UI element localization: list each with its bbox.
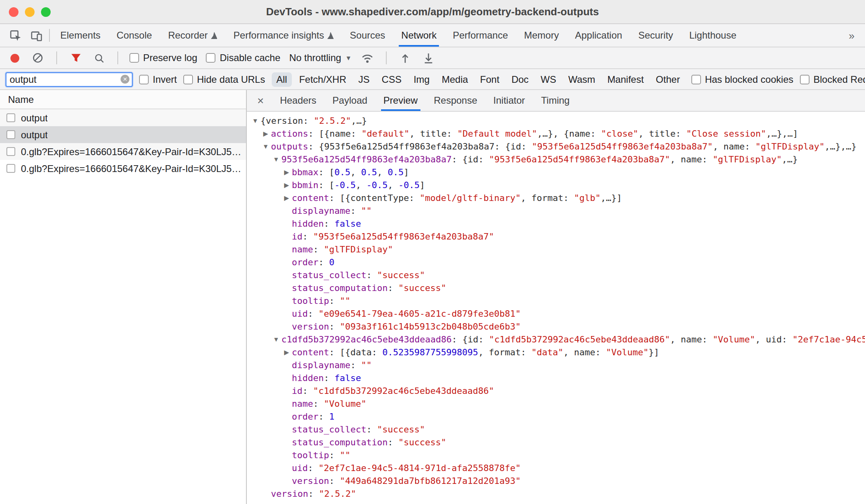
resource-type-filter[interactable]: Doc (506, 72, 533, 86)
panel-tab[interactable]: Performance (445, 24, 516, 47)
resource-type-filter[interactable]: Img (409, 72, 435, 86)
detail-tab[interactable]: Payload (324, 90, 375, 111)
tree-line: status_collect: "success" (247, 269, 865, 282)
json-punctuation: , (388, 180, 399, 191)
request-row[interactable]: 0.glb?Expires=1666015647&Key-Pair-Id=K30… (0, 143, 246, 160)
network-filter-bar: ✕ Invert Hide data URLs All Fetch/XHR JS… (0, 69, 865, 90)
detail-tab[interactable]: Response (426, 90, 485, 111)
panel-tab[interactable]: Security (630, 24, 681, 47)
tree-line: order: 0 (247, 256, 865, 269)
resource-type-filter[interactable]: Font (475, 72, 504, 86)
record-icon (10, 53, 19, 62)
request-row[interactable]: output (0, 109, 246, 126)
json-punctuation: , format: (478, 347, 531, 358)
panel-tab[interactable]: Performance insights (225, 24, 342, 47)
json-punctuation: ,…} (351, 116, 367, 126)
search-icon[interactable] (92, 51, 106, 65)
json-punctuation: : (324, 219, 335, 229)
json-key: tooltip (292, 296, 329, 306)
tree-line[interactable]: ▼c1dfd5b372992ac46c5ebe43ddeaad86: {id: … (247, 334, 865, 346)
tree-line[interactable]: ▼953f5e6a125d54ff9863ef4a203ba8a7: {id: … (247, 154, 865, 166)
tree-line[interactable]: ▶bbmax: [0.5, 0.5, 0.5] (247, 166, 865, 179)
collapse-arrow-icon[interactable]: ▼ (271, 154, 281, 166)
resource-type-filter[interactable]: Media (437, 72, 473, 86)
resource-type-filter[interactable]: Other (651, 72, 685, 86)
json-string-value: "" (340, 296, 351, 306)
collapse-arrow-icon[interactable]: ▼ (260, 141, 271, 154)
preserve-log-checkbox[interactable]: Preserve log (129, 52, 197, 64)
detail-tab[interactable]: Initiator (485, 90, 533, 111)
json-punctuation: : [{name: (308, 129, 361, 139)
devtools-window: DevTools - www.shapediver.com/app/m/geom… (0, 0, 865, 504)
panel-tab[interactable]: Console (109, 24, 160, 47)
panel-tab[interactable]: Memory (516, 24, 567, 47)
blocked-requests-checkbox[interactable]: Blocked Requests (800, 74, 865, 85)
tree-line[interactable]: ▶actions: [{name: "default", title: "Def… (247, 128, 865, 141)
device-toolbar-icon[interactable] (26, 24, 47, 47)
request-row[interactable]: 0.glb?Expires=1666015647&Key-Pair-Id=K30… (0, 160, 246, 177)
more-tabs-button[interactable]: » (838, 29, 865, 41)
close-window-button[interactable] (9, 7, 18, 16)
clear-filter-icon[interactable]: ✕ (121, 75, 129, 84)
maximize-window-button[interactable] (41, 7, 51, 16)
resource-type-filter[interactable]: CSS (377, 72, 406, 86)
tree-line[interactable]: ▶bbmin: [-0.5, -0.5, -0.5] (247, 179, 865, 192)
resource-type-filter[interactable]: WS (536, 72, 561, 86)
expand-arrow-icon[interactable]: ▶ (281, 166, 292, 179)
invert-checkbox[interactable]: Invert (139, 74, 177, 85)
panel-tab[interactable]: Network (393, 24, 445, 47)
resource-type-filter[interactable]: JS (354, 72, 375, 86)
panel-tab[interactable]: Recorder (160, 24, 225, 47)
panel-tab[interactable]: Lighthouse (681, 24, 744, 47)
export-har-icon[interactable] (422, 51, 436, 65)
detail-tab[interactable]: Preview (375, 90, 426, 111)
resource-type-filter[interactable]: Wasm (564, 72, 600, 86)
throttling-dropdown[interactable]: No throttling ▼ (289, 52, 352, 64)
collapse-arrow-icon[interactable]: ▼ (271, 334, 281, 346)
network-content: Name output output 0.g (0, 90, 865, 504)
network-conditions-icon[interactable] (361, 51, 375, 65)
json-key: 953f5e6a125d54ff9863ef4a203ba8a7 (281, 154, 452, 165)
json-string-value: "glTFDisplay" (324, 244, 393, 255)
json-punctuation: : (308, 309, 319, 319)
json-string-value: "glb" (574, 193, 601, 203)
has-blocked-cookies-checkbox[interactable]: Has blocked cookies (691, 74, 793, 85)
record-network-log-button[interactable] (7, 51, 22, 65)
expand-arrow-icon[interactable]: ▶ (281, 179, 292, 192)
close-detail-button[interactable]: × (247, 90, 272, 111)
filter-toggle-icon[interactable] (68, 51, 83, 65)
json-key: version (292, 476, 329, 486)
panel-tab[interactable]: Application (567, 24, 630, 47)
resource-type-filter[interactable]: Manifest (603, 72, 649, 86)
request-row[interactable]: output (0, 126, 246, 143)
resource-type-label: Fetch/XHR (299, 74, 346, 85)
tree-line[interactable]: ▼{version: "2.5.2",…} (247, 115, 865, 128)
resource-type-filter[interactable]: Fetch/XHR (294, 72, 351, 86)
json-key: tooltip (292, 450, 329, 461)
name-column-header[interactable]: Name (0, 90, 246, 109)
tree-line: id: "953f5e6a125d54ff9863ef4a203ba8a7" (247, 231, 865, 244)
detail-tab[interactable]: Timing (533, 90, 578, 111)
request-rows: output output 0.glb?Expires=1666015647&K… (0, 109, 246, 504)
detail-tab[interactable]: Headers (272, 90, 324, 111)
tree-line[interactable]: ▶content: [{data: 0.5235987755998095, fo… (247, 346, 865, 359)
tree-line[interactable]: ▶content: [{contentType: "model/gltf-bin… (247, 192, 865, 205)
expand-arrow-icon[interactable]: ▶ (281, 192, 292, 205)
expand-arrow-icon[interactable]: ▶ (281, 346, 292, 359)
hide-data-urls-checkbox[interactable]: Hide data URLs (183, 74, 265, 85)
collapse-arrow-icon[interactable]: ▼ (250, 115, 260, 128)
import-har-icon[interactable] (398, 51, 413, 65)
clear-network-log-button[interactable] (31, 51, 45, 65)
panel-tab[interactable]: Elements (52, 24, 109, 47)
panel-tab-label: Performance (453, 30, 508, 41)
expand-arrow-icon[interactable]: ▶ (260, 128, 271, 141)
panel-tab[interactable]: Sources (342, 24, 393, 47)
minimize-window-button[interactable] (25, 7, 35, 16)
tree-line[interactable]: ▼outputs: {953f5e6a125d54ff9863ef4a203ba… (247, 141, 865, 154)
filter-input[interactable] (6, 74, 116, 85)
inspect-element-icon[interactable] (5, 24, 26, 47)
resource-type-filter[interactable]: All (271, 72, 292, 86)
json-key: version (292, 322, 329, 332)
json-key: bbmax (292, 167, 318, 178)
disable-cache-checkbox[interactable]: Disable cache (206, 52, 281, 64)
